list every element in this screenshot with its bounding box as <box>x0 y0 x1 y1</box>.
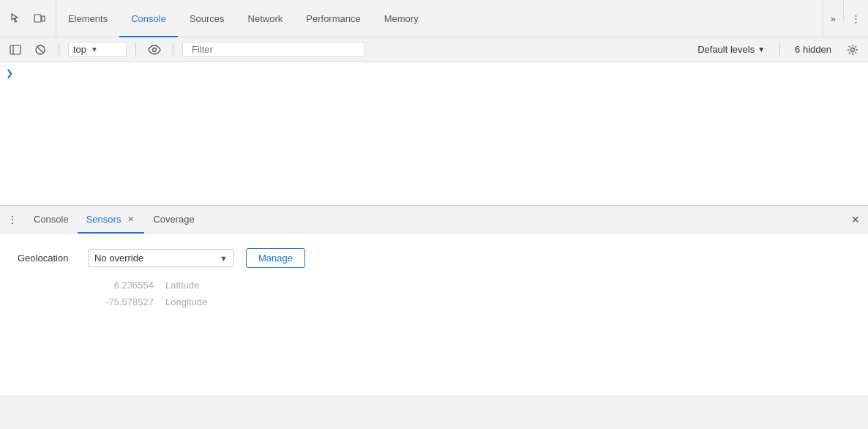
devtools-drawer: ⋮ Console Sensors ✕ Coverage ✕ Geolocati… <box>0 205 868 395</box>
toolbar-divider-2 <box>135 42 136 57</box>
drawer-tab-console-label: Console <box>34 214 69 225</box>
hidden-count-label: 6 hidden <box>789 44 837 55</box>
longitude-label: Longitude <box>165 296 207 307</box>
close-drawer-button[interactable]: ✕ <box>846 210 865 229</box>
close-icon: ✕ <box>851 214 860 225</box>
devtools-icon-buttons <box>0 0 56 37</box>
tab-elements[interactable]: Elements <box>56 1 119 37</box>
context-value: top <box>73 44 86 55</box>
geolocation-select-value: No override <box>94 253 220 264</box>
geolocation-label: Geolocation <box>18 253 76 264</box>
live-expressions-button[interactable] <box>145 40 164 59</box>
longitude-value: -75.578527 <box>88 296 154 307</box>
console-settings-button[interactable] <box>843 40 862 59</box>
toolbar-divider-3 <box>173 42 173 57</box>
console-toolbar: top ▼ Default levels ▼ 6 hidden <box>0 37 868 62</box>
tab-network[interactable]: Network <box>236 1 295 37</box>
devtools-menu-button[interactable]: ⋮ <box>844 0 868 37</box>
drawer-tab-coverage-label: Coverage <box>153 214 194 225</box>
tab-performance[interactable]: Performance <box>294 1 372 37</box>
svg-point-7 <box>851 48 855 51</box>
tab-console[interactable]: Console <box>119 1 178 37</box>
chevron-down-icon: ▼ <box>91 45 98 53</box>
svg-rect-0 <box>34 15 41 22</box>
device-toolbar-button[interactable] <box>29 8 50 29</box>
latitude-label: Latitude <box>165 280 199 291</box>
toolbar-divider-4 <box>779 42 780 57</box>
execution-context-dropdown[interactable]: top ▼ <box>68 42 127 57</box>
clear-console-button[interactable] <box>31 40 50 59</box>
drawer-tab-console[interactable]: Console <box>25 206 78 234</box>
drawer-tab-sensors-label: Sensors <box>86 214 121 225</box>
kebab-icon: ⋮ <box>7 214 18 225</box>
more-tabs-button[interactable]: » <box>823 0 843 37</box>
longitude-row: -75.578527 Longitude <box>88 296 850 307</box>
console-main-area: ❯ <box>0 62 868 205</box>
svg-rect-2 <box>10 45 20 54</box>
drawer-tab-coverage[interactable]: Coverage <box>144 206 203 234</box>
drawer-menu-button[interactable]: ⋮ <box>3 210 22 229</box>
tab-memory[interactable]: Memory <box>373 1 430 37</box>
svg-line-5 <box>38 47 43 52</box>
log-levels-button[interactable]: Default levels ▼ <box>692 42 771 56</box>
levels-label: Default levels <box>697 44 755 55</box>
svg-rect-1 <box>42 16 45 21</box>
console-filter-area[interactable] <box>182 42 365 57</box>
latitude-row: 6.236554 Latitude <box>88 280 850 291</box>
levels-chevron-icon: ▼ <box>757 45 765 53</box>
tab-sources[interactable]: Sources <box>178 1 236 37</box>
show-sidebar-button[interactable] <box>6 40 25 59</box>
manage-geolocation-button[interactable]: Manage <box>246 248 305 268</box>
toolbar-divider-1 <box>59 42 59 57</box>
nav-tabs: Elements Console Sources Network Perform… <box>56 0 823 37</box>
coordinates-area: 6.236554 Latitude -75.578527 Longitude <box>88 280 850 307</box>
console-filter-input[interactable] <box>189 44 359 55</box>
sensors-panel-content: Geolocation No override ▼ Manage 6.23655… <box>0 234 868 395</box>
close-sensors-tab-button[interactable]: ✕ <box>125 214 135 225</box>
geolocation-row: Geolocation No override ▼ Manage <box>18 248 850 268</box>
top-nav-bar: Elements Console Sources Network Perform… <box>0 0 868 37</box>
geolocation-chevron-icon: ▼ <box>220 254 228 263</box>
drawer-tabs-row: ⋮ Console Sensors ✕ Coverage ✕ <box>0 206 868 234</box>
console-output[interactable]: ❯ <box>0 62 868 205</box>
drawer-tab-sensors[interactable]: Sensors ✕ <box>78 206 145 234</box>
inspect-element-button[interactable] <box>6 8 26 29</box>
latitude-value: 6.236554 <box>88 280 154 291</box>
geolocation-select[interactable]: No override ▼ <box>88 249 234 267</box>
console-caret[interactable]: ❯ <box>6 65 13 81</box>
svg-point-6 <box>153 48 157 51</box>
